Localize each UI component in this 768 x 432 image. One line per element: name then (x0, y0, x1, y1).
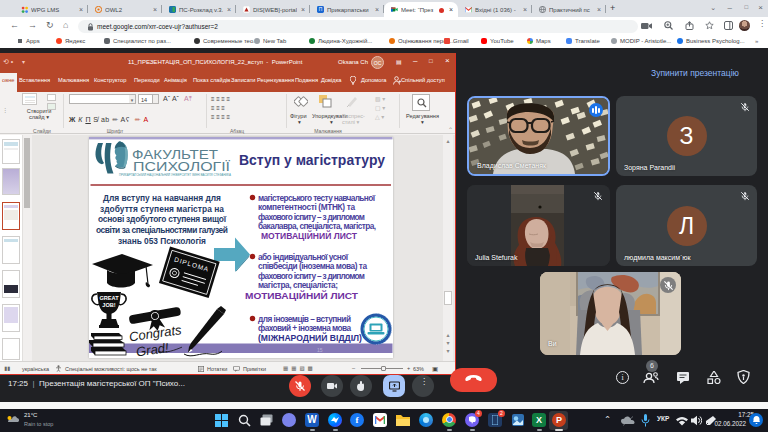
svg-text:фахового іспиту – з дипломом: фахового іспиту – з дипломом (258, 271, 365, 281)
svg-text:фаховий + іноземна мова: фаховий + іноземна мова (258, 323, 351, 333)
svg-text:магістра, спеціаліста;: магістра, спеціаліста; (258, 280, 338, 290)
svg-text:GREAT: GREAT (99, 295, 119, 301)
svg-text:фахового іспиту – з дипломом: фахового іспиту – з дипломом (258, 212, 365, 222)
svg-text:освіти за спеціальностями галу: освіти за спеціальностями галузей (96, 225, 228, 235)
svg-text:здобуття ступеня магістра на: здобуття ступеня магістра на (100, 204, 224, 214)
svg-text:JOB!: JOB! (102, 302, 116, 308)
svg-text:компетентності (МТНК) та: компетентності (МТНК) та (258, 202, 355, 212)
svg-text:МОТИВАЦІЙНИЙ ЛИСТ: МОТИВАЦІЙНИЙ ЛИСТ (261, 230, 358, 241)
svg-text:для іноземців – вступний: для іноземців – вступний (258, 314, 351, 324)
svg-text:(МІЖНАРОДНИЙ ВІДДІЛ): (МІЖНАРОДНИЙ ВІДДІЛ) (258, 332, 362, 343)
svg-text:П: П (319, 7, 323, 12)
svg-text:або індивідуальної усної: або індивідуальної усної (258, 252, 349, 262)
svg-text:ПРИКАРПАТСЬКИЙ НАЦІОНАЛЬНИЙ УН: ПРИКАРПАТСЬКИЙ НАЦІОНАЛЬНИЙ УНІВЕРСИТЕТ … (119, 173, 231, 177)
svg-text:Для вступу на навчання для: Для вступу на навчання для (103, 193, 221, 203)
svg-text:Вступ у магістратуру: Вступ у магістратуру (239, 151, 385, 168)
svg-text:співбесіди (іноземна мова) та: співбесіди (іноземна мова) та (258, 261, 367, 271)
svg-text:основі здобутого ступеня вищої: основі здобутого ступеня вищої (98, 214, 227, 224)
svg-text:магістерського тесту навчально: магістерського тесту навчальної (258, 193, 376, 203)
svg-text:бакалавра, спеціаліста, магіст: бакалавра, спеціаліста, магістра, (258, 221, 376, 231)
svg-text:ПСИХОЛОГІЇ: ПСИХОЛОГІЇ (133, 159, 231, 174)
svg-text:МОТИВАЦІЙНИЙ ЛИСТ: МОТИВАЦІЙНИЙ ЛИСТ (245, 290, 358, 301)
svg-text:15: 15 (317, 347, 323, 353)
svg-text:знань 053 Психологія: знань 053 Психологія (118, 236, 206, 246)
